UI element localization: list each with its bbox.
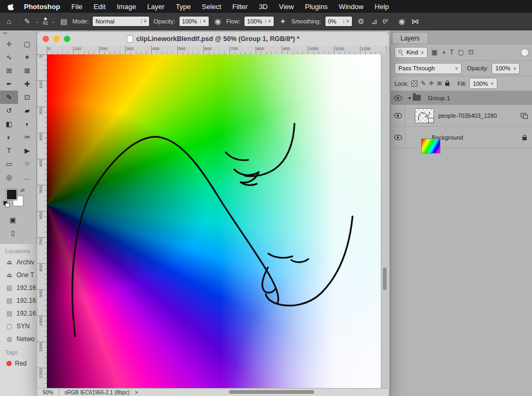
visibility-gutter[interactable] xyxy=(391,91,405,104)
screen-mode-button[interactable]: ▯ xyxy=(7,228,18,237)
menu-file[interactable]: File xyxy=(71,3,83,11)
mode-select[interactable]: Normal ∨ xyxy=(92,16,150,27)
smoothing-gear-icon[interactable]: ⚙ xyxy=(356,17,366,26)
pen-tool[interactable]: ✑ xyxy=(18,131,36,144)
swap-colors-icon[interactable]: ⇄ xyxy=(20,187,24,193)
pressure-opacity-icon[interactable]: ◉ xyxy=(213,17,223,26)
ruler-v[interactable]: 0100200300400500600700800900100011001200 xyxy=(37,54,47,389)
menu-help[interactable]: Help xyxy=(375,3,389,11)
close-window-button[interactable] xyxy=(43,36,49,42)
clone-stamp-tool[interactable]: ⊡ xyxy=(18,91,36,104)
filter-shape-layers-icon[interactable]: ▢ xyxy=(458,49,464,56)
brush-tool-preset-icon[interactable]: ✎ xyxy=(22,17,32,26)
lock-paint-icon[interactable]: ✎ xyxy=(421,80,425,87)
location-label: 192.16 xyxy=(17,297,36,304)
ruler-h[interactable]: 0100200300400500600700800900100011001200 xyxy=(47,46,389,55)
filter-smart-objects-icon[interactable]: ⊡ xyxy=(468,49,473,56)
visibility-gutter[interactable] xyxy=(391,127,405,148)
filter-adjustment-layers-icon[interactable]: ◑ xyxy=(441,49,445,56)
layer-row-people[interactable]: people-7035403_1280 xyxy=(391,105,532,127)
menu-filter[interactable]: Filter xyxy=(232,3,248,11)
zoom-level[interactable]: 50% xyxy=(43,390,53,395)
chevron-down-icon[interactable]: ⌄ xyxy=(36,19,39,24)
menu-edit[interactable]: Edit xyxy=(94,3,105,11)
menu-photoshop[interactable]: Photoshop xyxy=(24,3,60,11)
layer-thumbnail[interactable] xyxy=(415,108,434,123)
visibility-gutter[interactable] xyxy=(391,105,405,126)
foreground-color-swatch[interactable] xyxy=(6,189,17,200)
frame-tool[interactable]: ⊠ xyxy=(18,64,36,77)
marquee-tool[interactable]: ▢ xyxy=(18,37,36,51)
disclosure-triangle-icon[interactable]: ▾ xyxy=(408,95,411,101)
smoothing-select[interactable]: 0% ∨ xyxy=(325,16,353,27)
brush-angle-value[interactable]: 0° xyxy=(383,18,389,25)
move-tool[interactable]: ✛ xyxy=(0,37,18,51)
type-tool[interactable]: T xyxy=(0,144,18,157)
brush-settings-panel-icon[interactable]: ▤ xyxy=(59,17,69,26)
brush-size-preview[interactable]: 61 xyxy=(43,18,48,26)
blend-mode-select[interactable]: Pass Through ∨ xyxy=(395,63,462,74)
menu-image[interactable]: Image xyxy=(117,3,136,11)
filter-toggle-switch[interactable] xyxy=(521,49,529,56)
window-titlebar[interactable]: clipLineworkBlendIf.psd @ 50% (Group 1, … xyxy=(37,32,389,46)
vertical-scrollbar[interactable] xyxy=(383,268,387,290)
tab-layers[interactable]: Layers xyxy=(392,32,428,44)
fill-select[interactable]: 100% ∨ xyxy=(469,78,497,89)
apple-menu-icon[interactable] xyxy=(7,3,14,11)
layer-opacity-select[interactable]: 100% ∨ xyxy=(492,63,520,74)
document-icon xyxy=(127,35,133,43)
menu-plugins[interactable]: Plugins xyxy=(305,3,328,11)
ruler-h-label: 700 xyxy=(231,46,238,51)
menu-type[interactable]: Type xyxy=(176,3,191,11)
zoom-tool[interactable]: ◎ xyxy=(0,171,18,184)
layer-thumbnail[interactable] xyxy=(421,139,440,153)
zoom-window-button[interactable] xyxy=(64,36,70,42)
menu-3d[interactable]: 3D xyxy=(259,3,268,11)
chevron-down-icon[interactable]: ⌄ xyxy=(52,19,55,24)
crop-tool[interactable]: ⊞ xyxy=(0,64,18,77)
status-chevron-icon[interactable]: > xyxy=(135,390,138,395)
divider xyxy=(18,16,19,27)
brush-tool[interactable]: ✎ xyxy=(0,91,18,104)
flow-select[interactable]: 100% ∨ xyxy=(244,16,274,27)
menu-layer[interactable]: Layer xyxy=(147,3,165,11)
location-icon: ⏏ xyxy=(6,271,13,279)
layer-row-background[interactable]: Background xyxy=(391,127,532,149)
lock-position-icon[interactable]: ✛ xyxy=(429,80,434,87)
canvas[interactable] xyxy=(47,54,381,389)
pressure-size-icon[interactable]: ◉ xyxy=(397,17,406,26)
lasso-tool[interactable]: ∿ xyxy=(0,51,18,64)
filter-type-layers-icon[interactable]: T xyxy=(449,49,453,56)
quick-mask-button[interactable]: ▣ xyxy=(7,215,18,224)
history-brush-tool[interactable]: ↺ xyxy=(0,104,18,117)
path-selection-tool[interactable]: ▶ xyxy=(18,144,36,157)
lock-transparency-icon[interactable] xyxy=(411,80,418,87)
gradient-tool[interactable]: ◧ xyxy=(0,117,18,131)
menu-view[interactable]: View xyxy=(279,3,294,11)
edit-toolbar[interactable]: … xyxy=(18,171,36,184)
minimize-window-button[interactable] xyxy=(53,36,60,42)
dodge-tool[interactable]: ◐ xyxy=(0,131,18,144)
airbrush-icon[interactable]: ✦ xyxy=(278,17,288,26)
filter-kind-select[interactable]: Kind ∨ xyxy=(395,47,428,58)
symmetry-icon[interactable]: ⋈ xyxy=(410,17,420,26)
eyedropper-tool[interactable]: ✒ xyxy=(0,77,18,91)
layer-row-group1[interactable]: ▾ Group 1 xyxy=(391,91,532,105)
hand-tool[interactable]: ☞ xyxy=(18,157,36,171)
opacity-select[interactable]: 100% ∨ xyxy=(179,16,209,27)
lock-all-icon[interactable] xyxy=(445,83,449,86)
collapse-panel-button[interactable]: «« xyxy=(0,30,36,37)
filter-pixel-layers-icon[interactable]: ▦ xyxy=(431,49,437,56)
blur-tool[interactable]: ◗ xyxy=(18,117,36,131)
default-colors-icon[interactable] xyxy=(3,201,9,206)
marquee-tool-icon: ▢ xyxy=(24,40,30,48)
menu-select[interactable]: Select xyxy=(202,3,221,11)
healing-brush-tool[interactable]: ✚ xyxy=(18,77,36,91)
menu-window[interactable]: Window xyxy=(339,3,363,11)
lock-artboard-icon[interactable]: ⊞ xyxy=(437,80,442,87)
horizontal-scrollbar[interactable] xyxy=(229,390,314,394)
rectangle-tool[interactable]: ▭ xyxy=(0,157,18,171)
home-icon[interactable]: ⌂ xyxy=(4,17,14,26)
eraser-tool[interactable]: ▰ xyxy=(18,104,36,117)
quick-selection-tool[interactable]: ✶ xyxy=(18,51,36,64)
